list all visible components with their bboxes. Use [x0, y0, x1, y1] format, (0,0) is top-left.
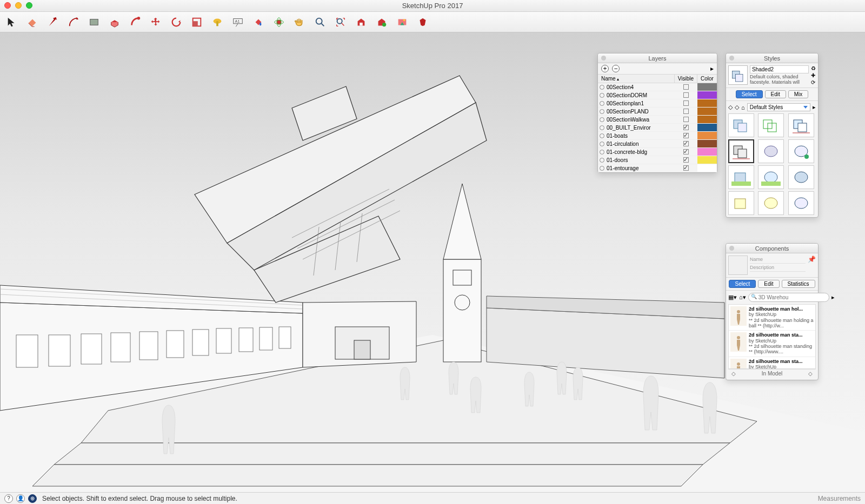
layer-visible-checkbox[interactable]	[675, 117, 697, 122]
styles-panel-header[interactable]: Styles	[726, 53, 818, 63]
layers-panel-header[interactable]: Layers	[598, 53, 717, 63]
pushpull-tool[interactable]	[108, 16, 121, 29]
layer-color-swatch[interactable]	[697, 124, 717, 131]
styles-nav-home-icon[interactable]: ⌂	[741, 104, 745, 111]
components-view-icon[interactable]: ▦▾	[728, 294, 737, 301]
close-window-button[interactable]	[4, 2, 11, 9]
style-item[interactable]	[758, 165, 784, 189]
layer-row[interactable]: 01-boats	[598, 132, 717, 140]
ruby-tool[interactable]	[416, 16, 429, 29]
layer-radio[interactable]	[598, 158, 606, 163]
layer-radio[interactable]	[598, 101, 606, 106]
layer-radio[interactable]	[598, 109, 606, 114]
components-tab-edit[interactable]: Edit	[758, 280, 779, 288]
style-name-input[interactable]	[750, 65, 809, 73]
style-item[interactable]	[788, 191, 814, 215]
style-refresh-icon[interactable]: ⟳	[811, 79, 816, 85]
extension-tool[interactable]	[375, 16, 388, 29]
tape-tool[interactable]	[211, 16, 224, 29]
layer-color-swatch[interactable]	[697, 99, 717, 107]
warehouse-tool[interactable]	[355, 16, 368, 29]
styles-nav-back[interactable]: ◇	[728, 104, 733, 111]
pan-tool[interactable]	[293, 16, 306, 29]
component-item[interactable]: 2d silhouette man sta... by SketchUp ** …	[729, 357, 815, 369]
components-panel[interactable]: Components Name Description 📌 Select Edi…	[726, 243, 819, 380]
layer-row[interactable]: 00SectionPLAND	[598, 107, 717, 116]
layer-color-swatch[interactable]	[697, 132, 717, 139]
layer-row[interactable]: 00Sectionplan1	[598, 99, 717, 107]
style-item[interactable]	[728, 139, 754, 163]
layer-visible-checkbox[interactable]	[675, 149, 697, 154]
add-layer-button[interactable]: +	[601, 65, 609, 72]
eraser-tool[interactable]	[26, 16, 39, 29]
orbit-tool[interactable]	[272, 16, 285, 29]
style-item[interactable]	[758, 139, 784, 163]
style-item[interactable]	[728, 165, 754, 189]
style-item[interactable]	[728, 191, 754, 215]
layers-panel[interactable]: Layers + − ▸ Name ▴ Visible Color 00Sect…	[597, 53, 717, 173]
components-panel-header[interactable]: Components	[726, 244, 818, 253]
styles-tab-edit[interactable]: Edit	[765, 90, 786, 98]
rotate-tool[interactable]	[170, 16, 183, 29]
zoom-window-button[interactable]	[26, 2, 32, 9]
add-location-tool[interactable]	[396, 16, 409, 29]
style-new-icon[interactable]: ✚	[811, 72, 816, 78]
layer-row[interactable]: 00_BUILT_Enviror	[598, 124, 717, 132]
components-list[interactable]: 2d silhouette man hol... by SketchUp ** …	[728, 304, 816, 369]
style-item[interactable]	[758, 113, 784, 137]
layer-row[interactable]: 01-entourage	[598, 164, 717, 172]
select-tool[interactable]	[5, 16, 18, 29]
layer-color-swatch[interactable]	[697, 91, 717, 99]
layer-color-swatch[interactable]	[697, 164, 717, 172]
layer-row[interactable]: 00SectionWalkwa	[598, 116, 717, 124]
layers-col-name[interactable]: Name ▴	[598, 75, 675, 83]
text-tool[interactable]: A1	[231, 16, 244, 29]
zoom-tool[interactable]	[314, 16, 327, 29]
line-tool[interactable]	[46, 16, 59, 29]
layer-radio[interactable]	[598, 85, 606, 90]
layer-row[interactable]: 00Section4	[598, 83, 717, 91]
shape-tool[interactable]	[88, 16, 101, 29]
layer-visible-checkbox[interactable]	[675, 84, 697, 90]
minimize-window-button[interactable]	[15, 2, 22, 9]
styles-details-button[interactable]: ▸	[813, 104, 816, 111]
styles-nav-fwd[interactable]: ◇	[735, 104, 739, 111]
remove-layer-button[interactable]: −	[612, 65, 620, 72]
components-tab-statistics[interactable]: Statistics	[782, 280, 815, 288]
components-prev-button[interactable]: ◇	[731, 371, 736, 377]
components-search-input[interactable]	[748, 293, 829, 302]
arc-tool[interactable]	[67, 16, 80, 29]
geo-icon[interactable]: ⊕	[28, 494, 37, 503]
move-tool[interactable]	[149, 16, 162, 29]
followme-tool[interactable]	[129, 16, 142, 29]
scale-tool[interactable]	[190, 16, 203, 29]
layer-color-swatch[interactable]	[697, 148, 717, 156]
layers-col-color[interactable]: Color	[697, 75, 717, 83]
layer-radio[interactable]	[598, 133, 606, 138]
layer-row[interactable]: 01-doors	[598, 156, 717, 164]
layer-row[interactable]: 01-concrete-bldg	[598, 148, 717, 156]
layer-color-swatch[interactable]	[697, 116, 717, 123]
layer-row[interactable]: 00SectionDORM	[598, 91, 717, 99]
help-icon[interactable]: ?	[4, 494, 13, 503]
layer-radio[interactable]	[598, 125, 606, 130]
style-item[interactable]	[758, 191, 784, 215]
components-details-button[interactable]: ▸	[831, 294, 835, 301]
components-next-button[interactable]: ◇	[808, 371, 813, 377]
style-update-icon[interactable]: ♻	[811, 65, 816, 71]
layer-visible-checkbox[interactable]	[675, 109, 697, 114]
layer-radio[interactable]	[598, 117, 606, 122]
layer-radio[interactable]	[598, 150, 606, 154]
paint-tool[interactable]	[252, 16, 265, 29]
style-item[interactable]	[728, 113, 754, 137]
layer-color-swatch[interactable]	[697, 83, 717, 91]
styles-library-select[interactable]: Default Styles	[747, 103, 810, 111]
component-item[interactable]: 2d silhouette man hol... by SketchUp ** …	[729, 305, 815, 331]
style-item[interactable]	[788, 113, 814, 137]
layer-visible-checkbox[interactable]	[675, 125, 697, 130]
layer-visible-checkbox[interactable]	[675, 165, 697, 171]
layers-menu-button[interactable]: ▸	[710, 65, 714, 72]
component-pin-icon[interactable]: 📌	[808, 256, 816, 275]
layer-row[interactable]: 01-circulation	[598, 140, 717, 148]
styles-tab-select[interactable]: Select	[736, 90, 763, 98]
